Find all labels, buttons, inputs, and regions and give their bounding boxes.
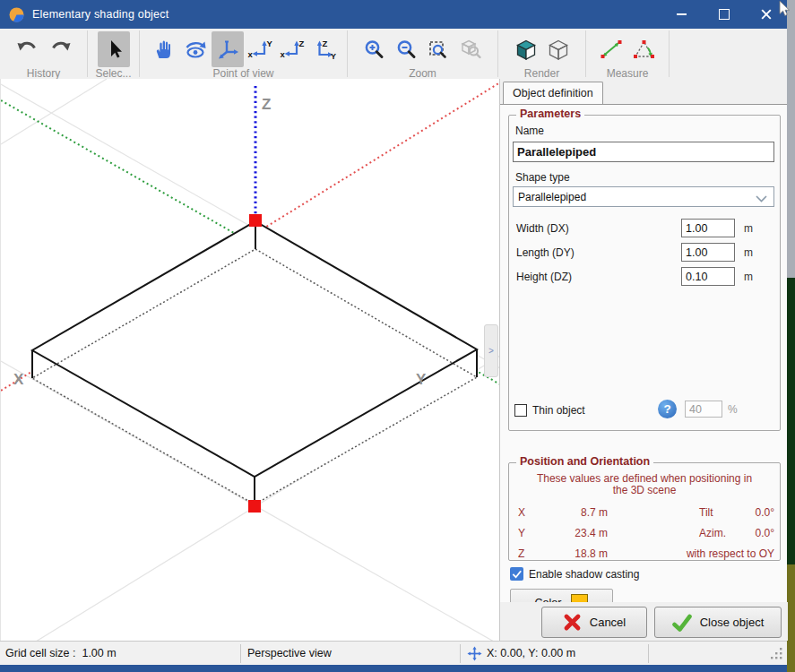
svg-text:Z: Z (298, 39, 304, 48)
maximize-button[interactable] (703, 0, 745, 29)
dialog-button-row: Cancel Close object (500, 602, 788, 641)
length-dy-label: Length (DY) (516, 246, 575, 259)
orbit-view-button[interactable] (179, 31, 212, 67)
height-dz-input[interactable] (681, 267, 735, 286)
svg-text:x: x (247, 49, 253, 59)
toolbar: History Selec... (0, 29, 787, 80)
render-shaded-button[interactable] (510, 31, 542, 67)
svg-text:Y: Y (331, 52, 336, 60)
tab-object-definition[interactable]: Object definition (503, 82, 603, 105)
view-zy-button[interactable]: Z Y (308, 31, 341, 67)
tilt-value: 0.0° (724, 506, 774, 519)
view-zy-icon: Z Y (312, 39, 337, 60)
position-group-title: Position and Orientation (516, 455, 653, 468)
toolbar-group-select: Selec... (88, 29, 139, 79)
shape-type-value: Parallelepiped (518, 191, 586, 203)
redo-button[interactable] (44, 31, 76, 67)
measure-angle-button[interactable] (627, 31, 660, 67)
cancel-button-label: Cancel (590, 616, 626, 629)
background-strip-gray (787, 0, 795, 278)
minimize-icon (677, 13, 687, 15)
length-dy-input[interactable] (681, 243, 735, 262)
width-dx-label: Width (DX) (516, 222, 569, 235)
azim-value: 0.0° (724, 527, 774, 539)
measure-length-button[interactable] (595, 31, 627, 67)
name-label: Name (515, 125, 544, 137)
undo-button[interactable] (12, 31, 44, 67)
width-dx-input[interactable] (681, 219, 735, 237)
3d-scene[interactable]: Z X Y (1, 79, 500, 641)
zoom-out-button[interactable] (391, 31, 423, 67)
3d-viewport[interactable]: Z X Y > (0, 79, 500, 641)
select-tool-button[interactable] (98, 31, 130, 67)
zoom-window-icon (428, 39, 451, 60)
window-bottom-border (0, 665, 787, 672)
zoom-in-icon (363, 39, 386, 60)
measure-angle-icon (632, 39, 655, 60)
hand-icon (151, 39, 175, 60)
move-icon (467, 646, 482, 662)
background-strip-olive (787, 564, 795, 672)
svg-text:Z: Z (322, 39, 327, 48)
close-object-button[interactable]: Close object (654, 607, 782, 638)
enable-shadow-label: Enable shadow casting (529, 568, 639, 581)
window-title: Elementary shading object (32, 8, 169, 21)
view-xy-icon: x Y (247, 39, 272, 60)
minimize-button[interactable] (661, 0, 703, 29)
zoom-window-button[interactable] (423, 31, 455, 67)
mouse-cursor (779, 1, 791, 21)
tilt-label: Tilt (699, 506, 713, 519)
length-dy-unit: m (744, 246, 753, 259)
vertex-handle-top[interactable] (249, 214, 262, 227)
view-xy-button[interactable]: x Y (244, 31, 276, 67)
wireframe-cube-icon (547, 39, 570, 60)
height-dz-label: Height (DZ) (516, 271, 572, 283)
axis-y-label: Y (416, 371, 427, 388)
pan-hand-button[interactable] (147, 31, 179, 67)
position-note-line2: the 3D scene (509, 484, 780, 496)
parameters-group: Parameters Name Shape type Parallelepipe… (508, 115, 781, 431)
pos-y-value: 23.4 m (536, 527, 608, 539)
redo-icon (48, 39, 72, 60)
thin-object-checkbox[interactable] (514, 404, 527, 417)
chevron-right-icon: > (488, 346, 494, 356)
view-3d-axes-button[interactable] (212, 31, 244, 67)
transparency-input[interactable] (685, 401, 722, 418)
height-dz-unit: m (744, 271, 753, 283)
main-area: Z X Y > Object definition Parameters Nam… (0, 79, 787, 641)
measure-line-icon (600, 39, 623, 60)
vertex-handle-bottom[interactable] (248, 500, 261, 513)
resize-grip[interactable] (771, 648, 782, 662)
render-wireframe-button[interactable] (542, 31, 575, 67)
ok-check-icon (672, 614, 692, 632)
name-input[interactable] (513, 142, 774, 162)
toolbar-group-point-of-view: x Y x Z (140, 29, 347, 79)
maximize-icon (719, 9, 730, 20)
axis-z-label: Z (262, 96, 271, 113)
screen: Elementary shading object (0, 0, 795, 672)
position-note-line1: These values are defined when positionin… (509, 472, 780, 485)
zoom-extent-button[interactable] (455, 31, 488, 67)
status-bar: Grid cell size : 1.00 m Perspective view… (0, 641, 787, 666)
cancel-button[interactable]: Cancel (541, 607, 647, 638)
enable-shadow-checkbox[interactable] (510, 567, 523, 581)
view-xz-button[interactable]: x Z (276, 31, 308, 67)
status-separator (240, 644, 241, 663)
shape-type-select[interactable]: Parallelepiped (513, 186, 774, 207)
titlebar[interactable]: Elementary shading object (0, 0, 787, 29)
box-silhouette[interactable] (32, 221, 477, 504)
view-xz-icon: x Z (280, 39, 305, 60)
transparency-unit: % (728, 403, 738, 416)
side-panel: Object definition Parameters Name Shape … (499, 79, 787, 641)
panel-collapse-button[interactable]: > (484, 324, 498, 377)
background-strip-green (787, 278, 795, 564)
pos-z-label: Z (518, 547, 524, 560)
cancel-x-icon (563, 613, 582, 632)
zoom-in-button[interactable] (359, 31, 391, 67)
toolbar-group-zoom: Zoom (348, 29, 497, 79)
thin-object-label: Thin object (532, 404, 585, 417)
pos-x-label: X (518, 506, 525, 519)
help-icon[interactable]: ? (658, 400, 677, 418)
svg-text:Y: Y (266, 39, 272, 48)
zoom-extent-icon (460, 39, 483, 60)
